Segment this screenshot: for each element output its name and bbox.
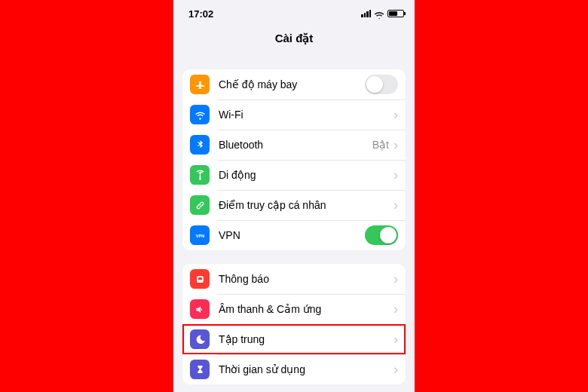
svg-rect-2: [198, 277, 202, 280]
settings-row-notifications[interactable]: Thông báo›: [182, 264, 406, 294]
settings-row-focus[interactable]: Tập trung›: [182, 324, 406, 354]
settings-row-airplane[interactable]: Chế độ máy bay: [182, 69, 406, 100]
chevron-right-icon: ›: [394, 362, 398, 378]
row-label: Bluetooth: [219, 139, 372, 151]
chevron-right-icon: ›: [394, 302, 398, 317]
bell-icon: [190, 269, 210, 289]
settings-row-vpn[interactable]: VPNVPN: [182, 220, 406, 250]
row-label: Thời gian sử dụng: [219, 363, 394, 375]
moon-icon: [190, 329, 210, 349]
antenna-icon: [190, 165, 210, 185]
phone-frame: 17:02 Cài đặt Chế độ máy bayWi-Fi›Blueto…: [173, 0, 415, 392]
status-right: [361, 10, 404, 17]
settings-row-wifi[interactable]: Wi-Fi›: [182, 100, 406, 130]
cellular-signal-icon: [361, 10, 371, 17]
settings-row-hotspot[interactable]: Điểm truy cập cá nhân›: [182, 190, 406, 220]
vpn-toggle[interactable]: [365, 225, 398, 245]
settings-row-bluetooth[interactable]: BluetoothBật›: [182, 130, 406, 160]
link-icon: [190, 195, 210, 215]
row-label: Di động: [219, 169, 394, 181]
page-title: Cài đặt: [173, 23, 415, 56]
bluetooth-icon: [190, 135, 210, 155]
settings-group: Thông báo›Âm thanh & Cảm ứng›Tập trung›T…: [182, 264, 406, 384]
speaker-icon: [190, 299, 210, 319]
settings-group: Chế độ máy bayWi-Fi›BluetoothBật›Di động…: [182, 69, 406, 250]
status-time: 17:02: [188, 8, 213, 20]
row-label: Tập trung: [219, 333, 394, 345]
row-label: Wi-Fi: [219, 109, 394, 121]
hourglass-icon: [190, 360, 210, 379]
vpn-icon: VPN: [190, 225, 210, 245]
settings-content: Chế độ máy bayWi-Fi›BluetoothBật›Di động…: [173, 56, 415, 392]
chevron-right-icon: ›: [394, 332, 398, 348]
chevron-right-icon: ›: [394, 167, 398, 183]
svg-text:VPN: VPN: [195, 234, 204, 238]
row-label: Thông báo: [219, 273, 394, 285]
settings-row-sounds[interactable]: Âm thanh & Cảm ứng›: [182, 294, 406, 324]
row-label: Âm thanh & Cảm ứng: [219, 303, 394, 315]
battery-icon: [387, 10, 404, 17]
settings-row-screentime[interactable]: Thời gian sử dụng›: [182, 354, 406, 384]
chevron-right-icon: ›: [394, 198, 398, 213]
airplane-toggle[interactable]: [365, 75, 398, 94]
wifi-status-icon: [374, 10, 384, 17]
chevron-right-icon: ›: [394, 137, 398, 153]
row-detail: Bật: [372, 139, 389, 151]
airplane-icon: [190, 75, 210, 94]
row-label: Điểm truy cập cá nhân: [219, 199, 394, 211]
row-label: Chế độ máy bay: [219, 78, 365, 90]
wifi-icon: [190, 105, 210, 124]
status-bar: 17:02: [173, 5, 415, 23]
chevron-right-icon: ›: [394, 271, 398, 287]
chevron-right-icon: ›: [394, 107, 398, 123]
settings-row-cellular[interactable]: Di động›: [182, 160, 406, 190]
row-label: VPN: [219, 229, 365, 241]
